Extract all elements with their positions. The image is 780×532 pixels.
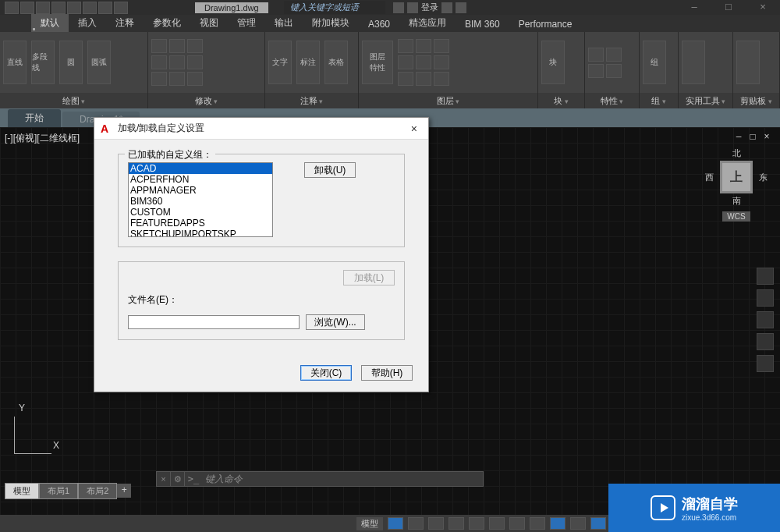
a360-icon[interactable] bbox=[456, 2, 466, 13]
ribbon-tab-performance[interactable]: Performance bbox=[509, 16, 582, 32]
viewport-minimize-icon[interactable]: – bbox=[733, 132, 744, 143]
list-item[interactable]: SKETCHUPIMPORTSKP bbox=[129, 229, 272, 237]
ribbon-tab-bim360[interactable]: BIM 360 bbox=[456, 16, 509, 32]
list-item[interactable]: ACAD bbox=[129, 163, 272, 174]
close-button[interactable]: × bbox=[746, 0, 780, 15]
exchange-icon[interactable] bbox=[441, 2, 452, 13]
polyline-button[interactable]: 多段线 bbox=[31, 41, 55, 84]
panel-block-label[interactable]: 块 bbox=[538, 93, 584, 108]
status-lweight-icon[interactable] bbox=[530, 517, 545, 530]
dialog-titlebar[interactable]: A 加载/卸载自定义设置 × bbox=[94, 118, 428, 140]
ribbon-tab-parametric[interactable]: 参数化 bbox=[144, 14, 190, 32]
utilities-button[interactable] bbox=[682, 41, 705, 84]
list-item[interactable]: FEATUREDAPPS bbox=[129, 218, 272, 229]
viewcube-south[interactable]: 南 bbox=[705, 195, 768, 207]
ribbon-tab-annotate[interactable]: 注释 bbox=[106, 14, 144, 32]
account-area[interactable]: 登录 bbox=[393, 2, 466, 13]
list-item[interactable]: CUSTOM bbox=[129, 207, 272, 218]
status-3dosnap-icon[interactable] bbox=[489, 517, 505, 530]
list-item[interactable]: ACPERFHON bbox=[129, 174, 272, 185]
status-transparency-icon[interactable] bbox=[550, 517, 566, 530]
qat-plot-icon[interactable] bbox=[83, 2, 97, 14]
cmdline-close-icon[interactable]: × bbox=[157, 472, 171, 486]
dialog-close-button[interactable]: × bbox=[406, 122, 422, 135]
list-item[interactable]: APPMANAGER bbox=[129, 185, 272, 196]
list-item[interactable]: BIM360 bbox=[129, 196, 272, 207]
command-line[interactable]: × ⚙ >_ 键入命令 bbox=[156, 471, 484, 487]
panel-modify-label[interactable]: 修改 bbox=[148, 93, 264, 108]
qat-undo-icon[interactable] bbox=[98, 2, 112, 14]
status-snap-icon[interactable] bbox=[408, 517, 424, 530]
maximize-button[interactable]: □ bbox=[711, 0, 746, 15]
qat-new-icon[interactable] bbox=[20, 2, 34, 14]
login-label[interactable]: 登录 bbox=[421, 2, 438, 13]
viewcube-north[interactable]: 北 bbox=[705, 147, 768, 159]
panel-draw-label[interactable]: 绘图 bbox=[0, 93, 147, 108]
viewcube-east[interactable]: 东 bbox=[759, 172, 768, 183]
ribbon-tab-output[interactable]: 输出 bbox=[265, 14, 303, 32]
viewcube[interactable]: 北 西 上 东 南 WCS bbox=[705, 147, 768, 222]
qat-save-icon[interactable] bbox=[51, 2, 66, 14]
qat-app-icon[interactable] bbox=[5, 2, 19, 14]
status-modelspace-button[interactable]: 模型 bbox=[356, 517, 383, 530]
clipboard-button[interactable] bbox=[736, 41, 760, 84]
ribbon-tab-a360[interactable]: A360 bbox=[359, 16, 399, 32]
ribbon-tab-default[interactable]: 默认 bbox=[31, 14, 69, 32]
panel-group-label[interactable]: 组 bbox=[640, 93, 678, 108]
arc-button[interactable]: 圆弧 bbox=[87, 41, 111, 84]
status-grid-icon[interactable] bbox=[388, 517, 403, 530]
dialog-close-btn[interactable]: 关闭(C) bbox=[300, 365, 352, 381]
help-search-input[interactable]: 键入关键字或短语 bbox=[284, 1, 385, 14]
viewcube-face[interactable]: 上 bbox=[720, 161, 753, 193]
table-button[interactable]: 表格 bbox=[324, 41, 348, 84]
cmdline-options-icon[interactable]: ⚙ bbox=[171, 472, 185, 486]
nav-fullnav-icon[interactable] bbox=[757, 268, 774, 285]
ribbon-tab-featured[interactable]: 精选应用 bbox=[399, 14, 456, 32]
circle-button[interactable]: 圆 bbox=[59, 41, 83, 84]
doc-tab-start[interactable]: 开始 bbox=[8, 109, 61, 127]
qat-open-icon[interactable] bbox=[36, 2, 50, 14]
dimension-button[interactable]: 标注 bbox=[296, 41, 320, 84]
filename-input[interactable] bbox=[128, 315, 300, 329]
ribbon-tab-addons[interactable]: 附加模块 bbox=[303, 14, 359, 32]
layer-tools[interactable] bbox=[398, 39, 449, 86]
nav-zoom-icon[interactable] bbox=[757, 311, 774, 328]
status-polar-icon[interactable] bbox=[448, 517, 464, 530]
panel-clipboard-label[interactable]: 剪贴板 bbox=[733, 93, 779, 108]
ribbon-tab-insert[interactable]: 插入 bbox=[69, 14, 106, 32]
viewport-restore-icon[interactable]: □ bbox=[747, 132, 758, 143]
status-otrack-icon[interactable] bbox=[509, 517, 525, 530]
loaded-groups-listbox[interactable]: ACAD ACPERFHON APPMANAGER BIM360 CUSTOM … bbox=[128, 162, 273, 237]
ribbon-tab-view[interactable]: 视图 bbox=[190, 14, 228, 32]
line-button[interactable]: 直线 bbox=[3, 41, 27, 84]
nav-pan-icon[interactable] bbox=[757, 289, 774, 307]
text-button[interactable]: 文字 bbox=[268, 41, 292, 84]
status-ortho-icon[interactable] bbox=[428, 517, 444, 530]
panel-layers-label[interactable]: 图层 bbox=[359, 93, 537, 108]
viewport-label[interactable]: [-][俯视][二维线框] bbox=[5, 132, 80, 145]
layout-tab-1[interactable]: 布局1 bbox=[39, 483, 78, 499]
block-button[interactable]: 块 bbox=[541, 41, 565, 84]
layout-tab-add[interactable]: + bbox=[117, 484, 131, 498]
nav-orbit-icon[interactable] bbox=[757, 333, 774, 350]
layout-tab-model[interactable]: 模型 bbox=[5, 483, 39, 499]
status-quickprops-icon[interactable] bbox=[590, 517, 606, 530]
qat-saveas-icon[interactable] bbox=[67, 2, 81, 14]
cmdline-placeholder[interactable]: 键入命令 bbox=[202, 473, 243, 486]
layer-properties-button[interactable]: 图层 特性 bbox=[362, 41, 393, 84]
viewport-close-icon[interactable]: × bbox=[761, 132, 772, 143]
ribbon-tab-manage[interactable]: 管理 bbox=[228, 14, 265, 32]
status-osnap-icon[interactable] bbox=[469, 517, 484, 530]
layout-tab-2[interactable]: 布局2 bbox=[78, 483, 117, 499]
modify-tools[interactable] bbox=[151, 39, 203, 86]
nav-showmotion-icon[interactable] bbox=[757, 355, 774, 372]
search-icon[interactable] bbox=[393, 2, 404, 13]
status-cycling-icon[interactable] bbox=[570, 517, 586, 530]
wcs-badge[interactable]: WCS bbox=[722, 211, 750, 222]
unload-button[interactable]: 卸载(U) bbox=[304, 162, 356, 178]
viewcube-west[interactable]: 西 bbox=[705, 172, 714, 183]
properties-tools[interactable] bbox=[588, 48, 622, 78]
browse-button[interactable]: 浏览(W)... bbox=[306, 314, 365, 330]
dialog-help-btn[interactable]: 帮助(H) bbox=[361, 365, 413, 381]
panel-properties-label[interactable]: 特性 bbox=[585, 93, 639, 108]
